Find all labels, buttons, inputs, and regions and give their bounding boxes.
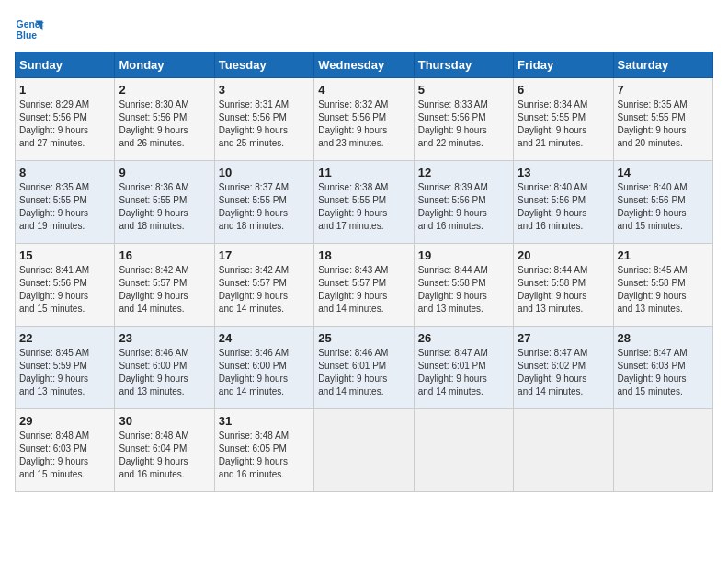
day-info: Sunrise: 8:46 AM Sunset: 6:01 PM Dayligh… (318, 347, 409, 398)
day-info: Sunrise: 8:31 AM Sunset: 5:56 PM Dayligh… (219, 98, 310, 150)
day-info: Sunrise: 8:34 AM Sunset: 5:55 PM Dayligh… (518, 98, 609, 150)
day-info: Sunrise: 8:38 AM Sunset: 5:55 PM Dayligh… (318, 181, 409, 233)
day-info: Sunrise: 8:42 AM Sunset: 5:57 PM Dayligh… (119, 264, 210, 316)
day-number: 3 (219, 83, 310, 97)
calendar-cell: 14Sunrise: 8:40 AM Sunset: 5:56 PM Dayli… (613, 161, 712, 244)
day-number: 30 (119, 414, 210, 428)
day-number: 28 (618, 331, 709, 345)
day-info: Sunrise: 8:40 AM Sunset: 5:56 PM Dayligh… (518, 181, 609, 233)
day-info: Sunrise: 8:45 AM Sunset: 5:59 PM Dayligh… (19, 347, 110, 398)
calendar-cell: 19Sunrise: 8:44 AM Sunset: 5:58 PM Dayli… (414, 244, 513, 327)
calendar-week-1: 1Sunrise: 8:29 AM Sunset: 5:56 PM Daylig… (16, 78, 713, 161)
calendar-cell: 27Sunrise: 8:47 AM Sunset: 6:02 PM Dayli… (514, 327, 613, 409)
day-info: Sunrise: 8:36 AM Sunset: 5:55 PM Dayligh… (119, 181, 210, 233)
header-saturday: Saturday (613, 52, 712, 78)
day-info: Sunrise: 8:48 AM Sunset: 6:03 PM Dayligh… (19, 430, 110, 481)
calendar-cell: 8Sunrise: 8:35 AM Sunset: 5:55 PM Daylig… (16, 161, 115, 244)
day-info: Sunrise: 8:29 AM Sunset: 5:56 PM Dayligh… (19, 98, 110, 150)
day-number: 19 (418, 248, 509, 262)
calendar-cell: 9Sunrise: 8:36 AM Sunset: 5:55 PM Daylig… (115, 161, 214, 244)
day-info: Sunrise: 8:46 AM Sunset: 6:00 PM Dayligh… (219, 347, 310, 398)
day-info: Sunrise: 8:40 AM Sunset: 5:56 PM Dayligh… (618, 181, 709, 233)
day-info: Sunrise: 8:32 AM Sunset: 5:56 PM Dayligh… (318, 98, 409, 150)
day-number: 18 (318, 248, 409, 262)
calendar-cell: 6Sunrise: 8:34 AM Sunset: 5:55 PM Daylig… (514, 78, 613, 161)
day-number: 20 (518, 248, 609, 262)
day-number: 7 (618, 83, 709, 97)
day-number: 5 (418, 83, 509, 97)
calendar-cell: 26Sunrise: 8:47 AM Sunset: 6:01 PM Dayli… (414, 327, 513, 409)
calendar-cell: 3Sunrise: 8:31 AM Sunset: 5:56 PM Daylig… (214, 78, 313, 161)
calendar-cell: 29Sunrise: 8:48 AM Sunset: 6:03 PM Dayli… (16, 409, 115, 492)
svg-text:Blue: Blue (17, 30, 38, 40)
day-info: Sunrise: 8:42 AM Sunset: 5:57 PM Dayligh… (219, 264, 310, 316)
day-info: Sunrise: 8:43 AM Sunset: 5:57 PM Dayligh… (318, 264, 409, 316)
calendar-cell: 15Sunrise: 8:41 AM Sunset: 5:56 PM Dayli… (16, 244, 115, 327)
day-number: 8 (19, 166, 110, 179)
day-number: 14 (618, 166, 709, 179)
day-number: 10 (219, 166, 310, 179)
calendar-cell: 28Sunrise: 8:47 AM Sunset: 6:03 PM Dayli… (613, 327, 712, 409)
calendar-cell: 7Sunrise: 8:35 AM Sunset: 5:55 PM Daylig… (613, 78, 712, 161)
calendar-week-5: 29Sunrise: 8:48 AM Sunset: 6:03 PM Dayli… (16, 409, 713, 492)
calendar-cell: 25Sunrise: 8:46 AM Sunset: 6:01 PM Dayli… (314, 327, 414, 409)
calendar-cell: 12Sunrise: 8:39 AM Sunset: 5:56 PM Dayli… (414, 161, 513, 244)
day-info: Sunrise: 8:44 AM Sunset: 5:58 PM Dayligh… (518, 264, 609, 316)
day-info: Sunrise: 8:44 AM Sunset: 5:58 PM Dayligh… (418, 264, 509, 316)
day-number: 23 (119, 331, 210, 345)
day-number: 22 (19, 331, 110, 345)
calendar-cell (613, 409, 712, 492)
day-number: 1 (19, 83, 110, 97)
day-number: 29 (19, 414, 110, 428)
day-number: 2 (119, 83, 210, 97)
calendar-cell: 22Sunrise: 8:45 AM Sunset: 5:59 PM Dayli… (16, 327, 115, 409)
calendar-cell: 23Sunrise: 8:46 AM Sunset: 6:00 PM Dayli… (115, 327, 214, 409)
calendar-cell: 11Sunrise: 8:38 AM Sunset: 5:55 PM Dayli… (314, 161, 414, 244)
calendar-cell: 1Sunrise: 8:29 AM Sunset: 5:56 PM Daylig… (16, 78, 115, 161)
logo: General Blue (15, 15, 44, 44)
calendar-header-row: SundayMondayTuesdayWednesdayThursdayFrid… (16, 52, 713, 78)
day-info: Sunrise: 8:47 AM Sunset: 6:03 PM Dayligh… (618, 347, 709, 398)
day-info: Sunrise: 8:35 AM Sunset: 5:55 PM Dayligh… (19, 181, 110, 233)
day-number: 12 (418, 166, 509, 179)
calendar-week-2: 8Sunrise: 8:35 AM Sunset: 5:55 PM Daylig… (16, 161, 713, 244)
calendar-cell: 13Sunrise: 8:40 AM Sunset: 5:56 PM Dayli… (514, 161, 613, 244)
day-number: 15 (19, 248, 110, 262)
calendar-cell (414, 409, 513, 492)
calendar-cell: 10Sunrise: 8:37 AM Sunset: 5:55 PM Dayli… (214, 161, 313, 244)
day-number: 31 (219, 414, 310, 428)
day-info: Sunrise: 8:48 AM Sunset: 6:04 PM Dayligh… (119, 430, 210, 481)
day-info: Sunrise: 8:48 AM Sunset: 6:05 PM Dayligh… (219, 430, 310, 481)
header-friday: Friday (514, 52, 613, 78)
header-monday: Monday (115, 52, 214, 78)
day-number: 24 (219, 331, 310, 345)
day-number: 11 (318, 166, 409, 179)
day-info: Sunrise: 8:37 AM Sunset: 5:55 PM Dayligh… (219, 181, 310, 233)
day-info: Sunrise: 8:39 AM Sunset: 5:56 PM Dayligh… (418, 181, 509, 233)
calendar-table: SundayMondayTuesdayWednesdayThursdayFrid… (15, 52, 713, 492)
day-number: 6 (518, 83, 609, 97)
day-info: Sunrise: 8:35 AM Sunset: 5:55 PM Dayligh… (618, 98, 709, 150)
day-info: Sunrise: 8:41 AM Sunset: 5:56 PM Dayligh… (19, 264, 110, 316)
calendar-cell: 2Sunrise: 8:30 AM Sunset: 5:56 PM Daylig… (115, 78, 214, 161)
calendar-cell (314, 409, 414, 492)
calendar-cell: 5Sunrise: 8:33 AM Sunset: 5:56 PM Daylig… (414, 78, 513, 161)
day-info: Sunrise: 8:30 AM Sunset: 5:56 PM Dayligh… (119, 98, 210, 150)
day-info: Sunrise: 8:47 AM Sunset: 6:02 PM Dayligh… (518, 347, 609, 398)
header-thursday: Thursday (414, 52, 513, 78)
day-number: 17 (219, 248, 310, 262)
day-number: 16 (119, 248, 210, 262)
day-number: 26 (418, 331, 509, 345)
calendar-cell: 18Sunrise: 8:43 AM Sunset: 5:57 PM Dayli… (314, 244, 414, 327)
day-number: 4 (318, 83, 409, 97)
day-number: 21 (618, 248, 709, 262)
calendar-cell: 17Sunrise: 8:42 AM Sunset: 5:57 PM Dayli… (214, 244, 313, 327)
calendar-week-4: 22Sunrise: 8:45 AM Sunset: 5:59 PM Dayli… (16, 327, 713, 409)
day-info: Sunrise: 8:45 AM Sunset: 5:58 PM Dayligh… (618, 264, 709, 316)
calendar-cell: 20Sunrise: 8:44 AM Sunset: 5:58 PM Dayli… (514, 244, 613, 327)
day-number: 25 (318, 331, 409, 345)
calendar-week-3: 15Sunrise: 8:41 AM Sunset: 5:56 PM Dayli… (16, 244, 713, 327)
day-number: 13 (518, 166, 609, 179)
calendar-cell: 24Sunrise: 8:46 AM Sunset: 6:00 PM Dayli… (214, 327, 313, 409)
calendar-cell: 4Sunrise: 8:32 AM Sunset: 5:56 PM Daylig… (314, 78, 414, 161)
